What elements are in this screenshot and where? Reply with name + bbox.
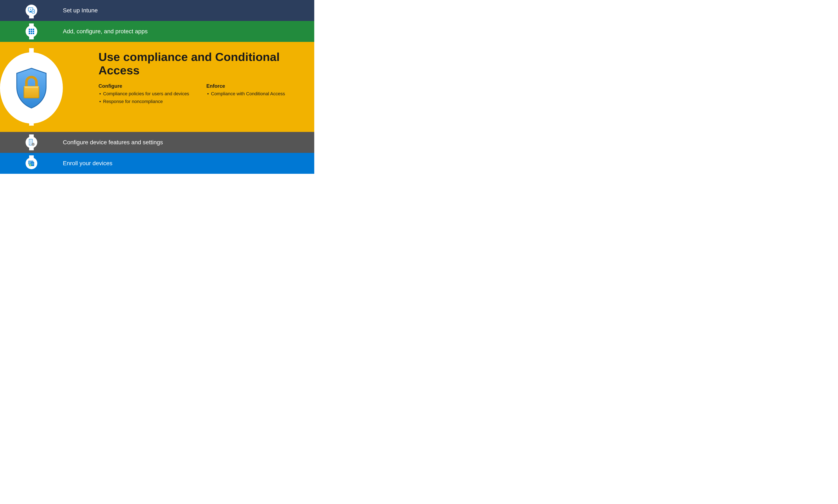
enforce-heading: Enforce <box>206 83 302 89</box>
step-compliance: Use compliance and Conditional Access Co… <box>0 42 314 132</box>
svg-rect-6 <box>29 29 30 30</box>
enforce-column: Enforce Compliance with Conditional Acce… <box>206 83 302 106</box>
svg-marker-16 <box>24 86 39 88</box>
svg-line-27 <box>34 143 34 144</box>
svg-line-26 <box>34 145 34 145</box>
svg-point-5 <box>33 11 34 12</box>
intune-steps-diagram: Set up Intune Add, configu <box>0 0 314 174</box>
step-configure-device-label: Configure device features and settings <box>63 139 163 145</box>
apps-icon <box>25 25 37 37</box>
svg-rect-10 <box>31 31 32 32</box>
svg-line-25 <box>32 143 33 144</box>
configure-item: Response for noncompliance <box>99 98 194 105</box>
enforce-item: Compliance with Conditional Access <box>206 91 302 97</box>
step-apps-label: Add, configure, and protect apps <box>63 28 148 35</box>
compliance-title: Use compliance and Conditional Access <box>99 50 302 77</box>
setup-icon <box>25 5 37 16</box>
step-enroll: Enroll your devices <box>0 153 314 174</box>
svg-rect-12 <box>29 33 30 34</box>
svg-rect-18 <box>29 140 33 144</box>
svg-rect-11 <box>33 31 34 32</box>
shield-lock-icon <box>0 52 63 124</box>
svg-rect-2 <box>30 11 31 12</box>
svg-rect-8 <box>33 29 34 30</box>
svg-rect-3 <box>29 12 32 12</box>
svg-line-28 <box>32 145 33 145</box>
svg-rect-14 <box>33 33 34 34</box>
svg-rect-9 <box>29 31 30 32</box>
step-enroll-label: Enroll your devices <box>63 160 112 166</box>
svg-rect-13 <box>31 33 32 34</box>
step-configure-device: Configure device features and settings <box>0 132 314 153</box>
svg-rect-15 <box>24 86 39 98</box>
step-apps: Add, configure, and protect apps <box>0 21 314 42</box>
enroll-icon <box>25 158 37 169</box>
configure-column: Configure Compliance policies for users … <box>99 83 194 106</box>
configure-heading: Configure <box>99 83 194 89</box>
svg-point-1 <box>30 9 31 10</box>
step-setup: Set up Intune <box>0 0 314 21</box>
svg-rect-31 <box>31 162 34 165</box>
step-setup-label: Set up Intune <box>63 7 98 14</box>
configure-item: Compliance policies for users and device… <box>99 91 194 97</box>
svg-point-20 <box>33 144 34 145</box>
svg-rect-7 <box>31 29 32 30</box>
device-settings-icon <box>25 137 37 148</box>
